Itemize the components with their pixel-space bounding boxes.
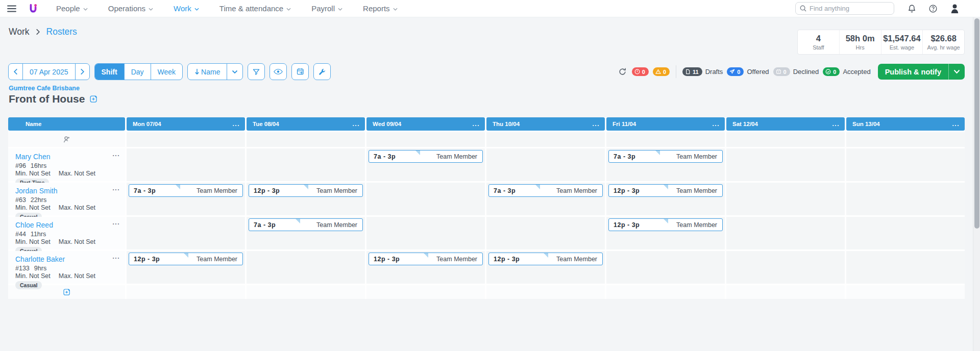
empty-day-cell[interactable] xyxy=(127,132,245,147)
column-menu-icon[interactable]: ... xyxy=(472,120,480,128)
shift-card[interactable]: 12p - 3pTeam Member xyxy=(129,253,243,265)
prev-date-button[interactable] xyxy=(9,64,22,80)
employee-name-link[interactable]: Charlotte Baker xyxy=(15,255,65,263)
empty-day-cell[interactable] xyxy=(247,132,365,147)
column-header-label: Wed 09/04 xyxy=(373,121,472,127)
employee-name-link[interactable]: Mary Chen xyxy=(15,153,50,161)
day-cell[interactable]: 7a - 3pTeam Member xyxy=(606,148,725,181)
shift-card[interactable]: 12p - 3pTeam Member xyxy=(608,218,723,231)
hamburger-menu-icon[interactable] xyxy=(7,5,16,12)
empty-day-cell[interactable] xyxy=(486,148,605,181)
empty-day-cell[interactable] xyxy=(127,217,245,249)
nav-item-reports[interactable]: Reports xyxy=(363,4,398,13)
nav-item-time-attendance[interactable]: Time & attendance xyxy=(219,4,291,13)
shift-card[interactable]: 12p - 3pTeam Member xyxy=(608,184,723,197)
day-cell[interactable]: 12p - 3pTeam Member xyxy=(247,183,365,215)
row-menu-icon[interactable]: ... xyxy=(112,253,120,260)
empty-day-cell[interactable] xyxy=(606,132,725,147)
nav-item-work[interactable]: Work xyxy=(174,4,199,13)
shift-card[interactable]: 7a - 3pTeam Member xyxy=(488,184,603,197)
copy-roster-button[interactable] xyxy=(291,63,309,80)
sort-by-name-button[interactable]: Name xyxy=(188,64,227,80)
shift-card[interactable]: 12p - 3pTeam Member xyxy=(249,184,363,197)
empty-day-cell[interactable] xyxy=(726,132,845,147)
day-cell[interactable]: 12p - 3pTeam Member xyxy=(127,251,245,284)
column-menu-icon[interactable]: ... xyxy=(352,120,360,128)
location-link[interactable]: Gumtree Cafe Brisbane xyxy=(9,85,80,92)
day-cell[interactable]: 7a - 3pTeam Member xyxy=(366,148,485,181)
nav-item-people[interactable]: People xyxy=(56,4,88,13)
visibility-button[interactable] xyxy=(270,63,287,80)
empty-day-cell[interactable] xyxy=(846,132,965,147)
notifications-bell-icon[interactable] xyxy=(908,4,916,13)
search-input[interactable] xyxy=(795,2,894,15)
column-header-label: Sun 13/04 xyxy=(852,121,952,127)
empty-day-cell[interactable] xyxy=(247,251,365,284)
tools-button[interactable] xyxy=(313,63,331,80)
refresh-icon[interactable] xyxy=(618,67,627,76)
empty-day-cell[interactable] xyxy=(366,132,485,147)
empty-day-cell[interactable] xyxy=(606,251,725,284)
column-menu-icon[interactable]: ... xyxy=(592,120,600,128)
column-menu-icon[interactable]: ... xyxy=(712,120,720,128)
column-menu-icon[interactable]: ... xyxy=(232,120,240,128)
empty-day-cell[interactable] xyxy=(726,251,845,284)
day-cell[interactable]: 7a - 3pTeam Member xyxy=(247,217,365,249)
row-menu-icon[interactable]: ... xyxy=(112,185,120,192)
date-display[interactable]: 07 Apr 2025 xyxy=(22,64,75,80)
edit-roster-icon[interactable] xyxy=(89,95,98,104)
shift-card[interactable]: 7a - 3pTeam Member xyxy=(249,218,363,231)
breadcrumb-rosters[interactable]: Rosters xyxy=(46,27,77,37)
empty-day-cell[interactable] xyxy=(846,183,965,215)
employee-name-link[interactable]: Jordan Smith xyxy=(15,187,57,195)
publish-notify-button[interactable]: Publish & notify xyxy=(878,64,965,80)
empty-day-cell[interactable] xyxy=(486,217,605,249)
employee-name-link[interactable]: Chloe Reed xyxy=(15,221,53,229)
search-field[interactable] xyxy=(810,5,881,12)
user-avatar[interactable] xyxy=(950,3,960,14)
empty-day-cell[interactable] xyxy=(846,217,965,249)
view-tab-day[interactable]: Day xyxy=(124,64,151,80)
row-menu-icon[interactable]: ... xyxy=(112,151,120,158)
day-cell[interactable]: 7a - 3pTeam Member xyxy=(486,183,605,215)
empty-day-cell[interactable] xyxy=(366,217,485,249)
empty-day-cell[interactable] xyxy=(127,148,245,181)
page-scrollbar[interactable] xyxy=(973,0,980,351)
shift-card[interactable]: 7a - 3pTeam Member xyxy=(608,150,723,163)
row-menu-icon[interactable]: ... xyxy=(112,219,120,226)
help-icon[interactable] xyxy=(928,4,938,13)
scrollbar-thumb[interactable] xyxy=(974,18,979,229)
breadcrumb-work[interactable]: Work xyxy=(9,27,30,37)
shift-card[interactable]: 7a - 3pTeam Member xyxy=(129,184,243,197)
sort-options-chevron[interactable] xyxy=(227,64,242,80)
filter-button[interactable] xyxy=(248,63,265,80)
pill-count: 0 xyxy=(833,69,836,75)
day-cell[interactable]: 12p - 3pTeam Member xyxy=(606,183,725,215)
empty-day-cell[interactable] xyxy=(846,148,965,181)
empty-day-cell[interactable] xyxy=(726,217,845,249)
shift-card[interactable]: 7a - 3pTeam Member xyxy=(369,150,483,163)
empty-day-cell[interactable] xyxy=(247,148,365,181)
publish-options-chevron[interactable] xyxy=(948,64,965,80)
shift-card[interactable]: 12p - 3pTeam Member xyxy=(488,253,603,265)
column-menu-icon[interactable]: ... xyxy=(832,120,840,128)
day-cell[interactable]: 7a - 3pTeam Member xyxy=(127,183,245,215)
empty-day-cell[interactable] xyxy=(726,183,845,215)
day-cell[interactable]: 12p - 3pTeam Member xyxy=(606,217,725,249)
empty-day-cell[interactable] xyxy=(726,148,845,181)
empty-day-cell[interactable] xyxy=(846,251,965,284)
next-date-button[interactable] xyxy=(75,64,89,80)
shift-card[interactable]: 12p - 3pTeam Member xyxy=(369,253,483,265)
warning-icon xyxy=(655,69,661,74)
view-tab-week[interactable]: Week xyxy=(151,64,183,80)
empty-day-cell[interactable] xyxy=(366,183,485,215)
shift-time: 12p - 3p xyxy=(614,187,640,194)
column-menu-icon[interactable]: ... xyxy=(952,120,960,128)
empty-day-cell[interactable] xyxy=(486,132,605,147)
nav-item-payroll[interactable]: Payroll xyxy=(311,4,342,13)
view-tab-shift[interactable]: Shift xyxy=(95,64,124,80)
day-cell[interactable]: 12p - 3pTeam Member xyxy=(366,251,485,284)
add-employee-cell[interactable] xyxy=(8,132,125,147)
day-cell[interactable]: 12p - 3pTeam Member xyxy=(486,251,605,284)
nav-item-operations[interactable]: Operations xyxy=(108,4,153,13)
